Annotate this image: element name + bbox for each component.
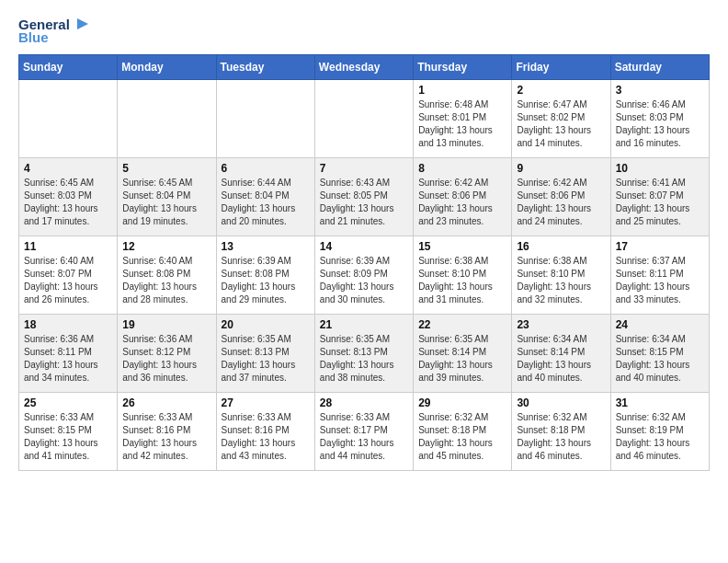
day-info: Sunrise: 6:38 AM Sunset: 8:10 PM Dayligh…: [517, 255, 605, 306]
calendar-cell: 18Sunrise: 6:36 AM Sunset: 8:11 PM Dayli…: [19, 315, 118, 393]
calendar-cell: [19, 80, 118, 158]
day-info: Sunrise: 6:45 AM Sunset: 8:04 PM Dayligh…: [122, 177, 210, 228]
day-number: 16: [517, 240, 605, 253]
day-info: Sunrise: 6:36 AM Sunset: 8:11 PM Dayligh…: [24, 333, 112, 385]
day-number: 26: [122, 396, 210, 409]
weekday-header-sunday: Sunday: [19, 55, 118, 80]
page-header: General Blue: [18, 15, 710, 45]
day-info: Sunrise: 6:36 AM Sunset: 8:12 PM Dayligh…: [122, 333, 210, 385]
day-number: 28: [320, 396, 408, 409]
day-number: 4: [24, 162, 112, 175]
calendar-cell: 19Sunrise: 6:36 AM Sunset: 8:12 PM Dayli…: [118, 315, 216, 393]
day-info: Sunrise: 6:35 AM Sunset: 8:13 PM Dayligh…: [222, 333, 310, 385]
calendar-cell: 10Sunrise: 6:41 AM Sunset: 8:07 PM Dayli…: [610, 158, 709, 236]
weekday-header-row: SundayMondayTuesdayWednesdayThursdayFrid…: [19, 55, 710, 80]
day-number: 7: [320, 162, 408, 175]
calendar-cell: 9Sunrise: 6:42 AM Sunset: 8:06 PM Daylig…: [512, 158, 610, 236]
weekday-header-thursday: Thursday: [414, 55, 512, 80]
day-number: 25: [24, 396, 112, 409]
day-number: 2: [517, 84, 605, 97]
calendar-cell: 7Sunrise: 6:43 AM Sunset: 8:05 PM Daylig…: [314, 158, 413, 236]
day-number: 22: [418, 318, 506, 331]
day-number: 11: [24, 240, 112, 253]
day-info: Sunrise: 6:35 AM Sunset: 8:14 PM Dayligh…: [418, 333, 506, 385]
day-number: 17: [616, 240, 704, 253]
day-number: 30: [517, 396, 605, 409]
calendar-cell: 30Sunrise: 6:32 AM Sunset: 8:18 PM Dayli…: [512, 393, 610, 471]
calendar-cell: 4Sunrise: 6:45 AM Sunset: 8:03 PM Daylig…: [19, 158, 118, 236]
calendar-cell: 29Sunrise: 6:32 AM Sunset: 8:18 PM Dayli…: [414, 393, 512, 471]
day-info: Sunrise: 6:33 AM Sunset: 8:17 PM Dayligh…: [320, 411, 408, 463]
day-info: Sunrise: 6:33 AM Sunset: 8:15 PM Dayligh…: [24, 411, 112, 463]
calendar-cell: 28Sunrise: 6:33 AM Sunset: 8:17 PM Dayli…: [314, 393, 413, 471]
day-info: Sunrise: 6:37 AM Sunset: 8:11 PM Dayligh…: [616, 255, 704, 306]
weekday-header-wednesday: Wednesday: [314, 55, 413, 80]
day-info: Sunrise: 6:39 AM Sunset: 8:08 PM Dayligh…: [222, 255, 310, 306]
calendar-cell: 6Sunrise: 6:44 AM Sunset: 8:04 PM Daylig…: [216, 158, 314, 236]
day-number: 19: [122, 318, 210, 331]
weekday-header-monday: Monday: [118, 55, 216, 80]
day-info: Sunrise: 6:33 AM Sunset: 8:16 PM Dayligh…: [122, 411, 210, 463]
day-info: Sunrise: 6:40 AM Sunset: 8:07 PM Dayligh…: [24, 255, 112, 306]
day-info: Sunrise: 6:38 AM Sunset: 8:10 PM Dayligh…: [418, 255, 506, 306]
day-info: Sunrise: 6:32 AM Sunset: 8:18 PM Dayligh…: [418, 411, 506, 463]
day-number: 18: [24, 318, 112, 331]
day-info: Sunrise: 6:42 AM Sunset: 8:06 PM Dayligh…: [418, 177, 506, 228]
day-info: Sunrise: 6:34 AM Sunset: 8:15 PM Dayligh…: [616, 333, 704, 385]
day-number: 29: [418, 396, 506, 409]
calendar-cell: 26Sunrise: 6:33 AM Sunset: 8:16 PM Dayli…: [118, 393, 216, 471]
day-info: Sunrise: 6:39 AM Sunset: 8:09 PM Dayligh…: [320, 255, 408, 306]
calendar-cell: 13Sunrise: 6:39 AM Sunset: 8:08 PM Dayli…: [216, 236, 314, 315]
day-info: Sunrise: 6:42 AM Sunset: 8:06 PM Dayligh…: [517, 177, 605, 228]
weekday-header-tuesday: Tuesday: [216, 55, 314, 80]
day-info: Sunrise: 6:34 AM Sunset: 8:14 PM Dayligh…: [517, 333, 605, 385]
day-info: Sunrise: 6:32 AM Sunset: 8:19 PM Dayligh…: [616, 411, 704, 463]
logo: General Blue: [18, 15, 90, 45]
day-info: Sunrise: 6:45 AM Sunset: 8:03 PM Dayligh…: [24, 177, 112, 228]
calendar-cell: 16Sunrise: 6:38 AM Sunset: 8:10 PM Dayli…: [512, 236, 610, 315]
day-info: Sunrise: 6:47 AM Sunset: 8:02 PM Dayligh…: [517, 98, 605, 150]
calendar-cell: 8Sunrise: 6:42 AM Sunset: 8:06 PM Daylig…: [414, 158, 512, 236]
calendar-cell: 21Sunrise: 6:35 AM Sunset: 8:13 PM Dayli…: [314, 315, 413, 393]
weekday-header-saturday: Saturday: [610, 55, 709, 80]
day-number: 23: [517, 318, 605, 331]
calendar-cell: 2Sunrise: 6:47 AM Sunset: 8:02 PM Daylig…: [512, 80, 610, 158]
day-number: 13: [222, 240, 310, 253]
day-number: 5: [122, 162, 210, 175]
day-number: 3: [616, 84, 704, 97]
week-row-3: 11Sunrise: 6:40 AM Sunset: 8:07 PM Dayli…: [19, 236, 710, 315]
day-number: 31: [616, 396, 704, 409]
calendar-cell: 25Sunrise: 6:33 AM Sunset: 8:15 PM Dayli…: [19, 393, 118, 471]
day-info: Sunrise: 6:48 AM Sunset: 8:01 PM Dayligh…: [418, 98, 506, 150]
calendar-cell: 14Sunrise: 6:39 AM Sunset: 8:09 PM Dayli…: [314, 236, 413, 315]
day-info: Sunrise: 6:41 AM Sunset: 8:07 PM Dayligh…: [616, 177, 704, 228]
calendar-cell: 1Sunrise: 6:48 AM Sunset: 8:01 PM Daylig…: [414, 80, 512, 158]
day-number: 8: [418, 162, 506, 175]
day-number: 10: [616, 162, 704, 175]
calendar-cell: 3Sunrise: 6:46 AM Sunset: 8:03 PM Daylig…: [610, 80, 709, 158]
day-number: 12: [122, 240, 210, 253]
calendar-cell: [216, 80, 314, 158]
calendar-cell: 24Sunrise: 6:34 AM Sunset: 8:15 PM Dayli…: [610, 315, 709, 393]
calendar-cell: 20Sunrise: 6:35 AM Sunset: 8:13 PM Dayli…: [216, 315, 314, 393]
week-row-5: 25Sunrise: 6:33 AM Sunset: 8:15 PM Dayli…: [19, 393, 710, 471]
calendar-cell: 12Sunrise: 6:40 AM Sunset: 8:08 PM Dayli…: [118, 236, 216, 315]
day-number: 20: [222, 318, 310, 331]
day-number: 24: [616, 318, 704, 331]
day-info: Sunrise: 6:40 AM Sunset: 8:08 PM Dayligh…: [122, 255, 210, 306]
calendar-cell: 27Sunrise: 6:33 AM Sunset: 8:16 PM Dayli…: [216, 393, 314, 471]
day-number: 9: [517, 162, 605, 175]
day-info: Sunrise: 6:33 AM Sunset: 8:16 PM Dayligh…: [222, 411, 310, 463]
calendar-cell: 31Sunrise: 6:32 AM Sunset: 8:19 PM Dayli…: [610, 393, 709, 471]
week-row-2: 4Sunrise: 6:45 AM Sunset: 8:03 PM Daylig…: [19, 158, 710, 236]
calendar-cell: [314, 80, 413, 158]
weekday-header-friday: Friday: [512, 55, 610, 80]
calendar-cell: 5Sunrise: 6:45 AM Sunset: 8:04 PM Daylig…: [118, 158, 216, 236]
calendar-table: SundayMondayTuesdayWednesdayThursdayFrid…: [18, 54, 710, 471]
logo-blue: Blue: [18, 29, 49, 45]
calendar-cell: 22Sunrise: 6:35 AM Sunset: 8:14 PM Dayli…: [414, 315, 512, 393]
day-number: 27: [222, 396, 310, 409]
calendar-cell: 17Sunrise: 6:37 AM Sunset: 8:11 PM Dayli…: [610, 236, 709, 315]
day-info: Sunrise: 6:35 AM Sunset: 8:13 PM Dayligh…: [320, 333, 408, 385]
day-number: 21: [320, 318, 408, 331]
